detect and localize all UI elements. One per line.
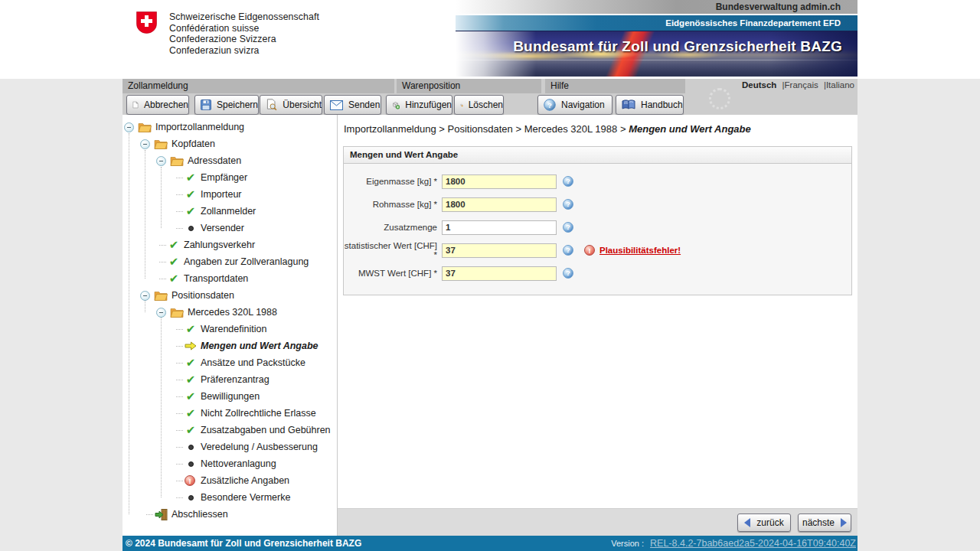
tree-stub: [176, 412, 183, 414]
tree-item-warendefinition[interactable]: ✔ Warendefinition: [122, 321, 337, 337]
field-label: Eigenmasse [kg] *: [344, 177, 437, 186]
collapse-minus-icon[interactable]: [156, 156, 166, 166]
tree-item-label: Zollanmelder: [201, 206, 256, 217]
abbrechen-button[interactable]: Abbrechen: [126, 95, 189, 115]
form-row-statistischer-wert: statistischer Wert [CHF] * ? ! Plausibil…: [344, 239, 851, 262]
navigation-button[interactable]: ? Navigation: [537, 95, 612, 115]
tree-item-importeur[interactable]: ✔ Importeur: [122, 186, 337, 203]
help-icon[interactable]: ?: [563, 268, 573, 279]
hinzufuegen-label: Hinzufügen: [405, 99, 452, 110]
statistischer-wert-input[interactable]: [442, 243, 557, 258]
banner-photo: Bundesamt für Zoll und Grenzsicherheit B…: [456, 31, 858, 77]
tree-item-label: Besondere Vermerke: [201, 492, 290, 503]
breadcrumb-separator: >: [513, 123, 524, 135]
speichern-button[interactable]: Speichern: [194, 95, 259, 115]
breadcrumb-current: Mengen und Wert Angabe: [629, 123, 751, 135]
detail-pane: Importzollanmeldung > Positionsdaten > M…: [338, 115, 858, 536]
tree-item-empfaenger[interactable]: ✔ Empfänger: [122, 169, 337, 186]
naechste-label: nächste: [802, 517, 835, 528]
naechste-button[interactable]: nächste: [798, 514, 851, 532]
tree-item-bewilligungen[interactable]: ✔ Bewilligungen: [122, 388, 337, 405]
form-row-rohmasse: Rohmasse [kg] * ?: [344, 193, 851, 216]
collapse-minus-icon[interactable]: [140, 291, 150, 301]
collapse-minus-icon[interactable]: [124, 122, 134, 132]
collapse-minus-icon[interactable]: [140, 139, 150, 149]
tree-item-label: Zusatzabgaben und Gebühren: [201, 425, 331, 435]
tree-item-transportdaten[interactable]: ✔ Transportdaten: [122, 270, 337, 287]
tree-connector: [145, 300, 145, 312]
eigenmasse-input[interactable]: [442, 174, 557, 189]
tree-item-versender[interactable]: Versender: [122, 220, 337, 236]
help-icon[interactable]: ?: [563, 176, 573, 187]
language-italiano[interactable]: Italiano: [826, 80, 854, 90]
hinzufuegen-button[interactable]: Hinzufügen: [386, 95, 452, 115]
footer-bar: © 2024 Bundesamt für Zoll und Grenzsiche…: [122, 536, 858, 551]
language-deutsch[interactable]: Deutsch: [742, 80, 776, 90]
tree-connector: [161, 167, 162, 228]
tree-item-positionsdaten[interactable]: Positionsdaten: [122, 287, 337, 304]
handbuch-label: Handbuch: [641, 99, 683, 110]
tree-item-label: Mercedes 320L 1988: [188, 307, 277, 318]
language-francais[interactable]: Français: [785, 80, 818, 90]
help-icon[interactable]: ?: [563, 222, 573, 233]
tree-item-zahlungsverkehr[interactable]: ✔ Zahlungsverkehr: [122, 236, 337, 253]
check-icon: ✔: [185, 390, 197, 403]
overview-magnifier-icon: [266, 99, 277, 111]
toolbar-group-zollanmeldung: Zollanmeldung: [122, 79, 394, 93]
breadcrumb-segment: Mercedes 320L 1988: [524, 123, 618, 135]
form-row-zusatzmenge: Zusatzmenge ?: [344, 216, 851, 239]
add-package-icon: [392, 99, 400, 112]
mwst-wert-input[interactable]: [442, 266, 557, 281]
folder-open-icon: [138, 122, 152, 132]
tree-item-veredelung-ausbesserung[interactable]: Veredelung / Ausbesserung: [122, 439, 337, 455]
check-icon: ✔: [185, 171, 197, 184]
tree-item-nettoveranlagung[interactable]: Nettoveranlagung: [122, 455, 337, 472]
tree-stub: [159, 244, 166, 246]
tree-item-zusaetzliche-angaben[interactable]: ! Zusätzliche Angaben: [122, 472, 337, 489]
version-link[interactable]: REL-8.4.2-7bab6aed2a5-2024-04-16T09:40:4…: [650, 538, 856, 549]
version-label: Version :: [611, 539, 644, 548]
breadcrumb-separator: >: [436, 123, 448, 135]
help-icon[interactable]: ?: [563, 245, 573, 256]
help-icon[interactable]: ?: [563, 199, 573, 210]
tree-item-ansaetze-und-packstuecke[interactable]: ✔ Ansätze und Packstücke: [122, 354, 337, 371]
zusatzmenge-input[interactable]: [442, 220, 557, 235]
tree-item-zollanmelder[interactable]: ✔ Zollanmelder: [122, 203, 337, 220]
breadcrumb: Importzollanmeldung > Positionsdaten > M…: [338, 115, 858, 142]
toolbar-group-hilfe: Hilfe: [545, 79, 685, 93]
tree-stub: [176, 177, 183, 178]
breadcrumb-segment: Positionsdaten: [448, 123, 513, 135]
bullet-icon: [185, 226, 197, 231]
toolbar: Zollanmeldung Warenposition Hilfe Deutsc…: [122, 79, 858, 115]
folder-open-icon: [154, 290, 168, 301]
rohmasse-input[interactable]: [442, 197, 557, 212]
tree-item-abschliessen[interactable]: Abschliessen: [122, 506, 337, 523]
tree-item-besondere-vermerke[interactable]: Besondere Vermerke: [122, 489, 337, 506]
plausibility-error-link[interactable]: Plausibilitätsfehler!: [599, 246, 681, 255]
save-floppy-icon: [201, 99, 211, 111]
tree-item-importzollanmeldung[interactable]: Importzollanmeldung: [122, 119, 337, 135]
tree-item-adressdaten[interactable]: Adressdaten: [122, 152, 337, 169]
uebersicht-button[interactable]: Übersicht: [260, 95, 322, 115]
tree-item-nicht-zollrechtliche-erlasse[interactable]: ✔ Nicht Zollrechtliche Erlasse: [122, 405, 337, 422]
zurueck-button[interactable]: zurück: [737, 514, 791, 532]
loeschen-button[interactable]: Löschen: [454, 95, 504, 115]
tree-connector: [145, 150, 145, 279]
tree-item-mengen-und-wert-angabe[interactable]: Mengen und Wert Angabe: [122, 337, 337, 354]
form-panel-body: Eigenmasse [kg] * ? Rohmasse [kg] * ? Zu…: [344, 164, 851, 295]
tree-item-angaben-zur-zollveranlagung[interactable]: ✔ Angaben zur Zollveranlagung: [122, 253, 337, 270]
tree-item-zusatzabgaben-und-gebuehren[interactable]: ✔ Zusatzabgaben und Gebühren: [122, 422, 337, 439]
tree-stub: [176, 194, 183, 195]
tree-item-kopfdaten[interactable]: Kopfdaten: [122, 135, 337, 152]
tree-item-praeferenzantrag[interactable]: ✔ Präferenzantrag: [122, 371, 337, 388]
tree-stub: [176, 429, 183, 431]
main-content: Importzollanmeldung Kopfdaten Adressdate…: [122, 115, 858, 536]
field-label: Rohmasse [kg] *: [344, 200, 437, 209]
senden-button[interactable]: Senden: [324, 95, 381, 115]
tree-item-label: Präferenzantrag: [201, 374, 270, 385]
handbuch-button[interactable]: Handbuch: [616, 95, 684, 115]
tree-item-mercedes-320l-1988[interactable]: Mercedes 320L 1988: [122, 304, 337, 321]
handbook-book-icon: [622, 99, 635, 110]
collapse-minus-icon[interactable]: [156, 308, 166, 318]
footer-copyright: © 2024 Bundesamt für Zoll und Grenzsiche…: [122, 538, 361, 549]
